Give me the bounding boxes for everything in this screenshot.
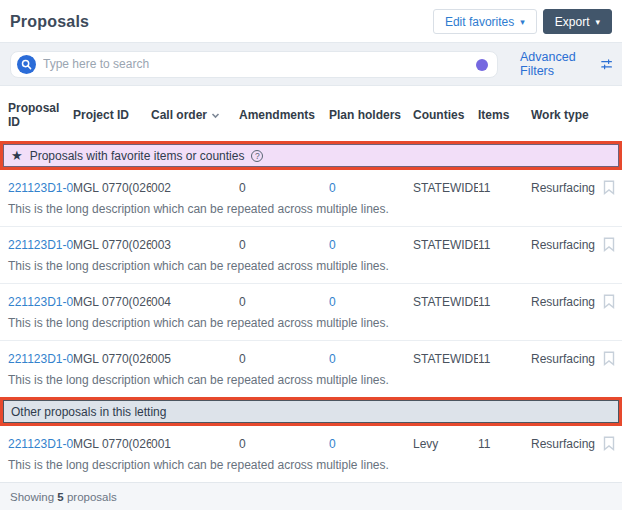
proposal-row: 221123D1-001 MGL 0770(026) 001 0 0 Levy …	[0, 426, 622, 482]
title-bar: Proposals Edit favorites ▾ Export ▾	[0, 0, 622, 42]
plan-holders-link[interactable]: 0	[329, 437, 413, 451]
proposal-description: This is the long description which can b…	[8, 259, 612, 273]
advanced-filters-link[interactable]: Advanced Filters	[520, 50, 612, 78]
help-icon[interactable]: ?	[251, 150, 263, 162]
footer-suffix: proposals	[67, 491, 117, 503]
bookmark-icon[interactable]	[603, 351, 615, 366]
other-section-label: Other proposals in this letting	[11, 405, 166, 419]
counties-cell: STATEWIDE	[413, 181, 478, 195]
work-type-cell: Resurfacing	[531, 238, 603, 252]
call-order-cell: 005	[151, 352, 239, 366]
bookmark-icon[interactable]	[603, 180, 615, 195]
column-header-proposal-id[interactable]: Proposal ID	[8, 101, 73, 129]
table-header-row: Proposal ID Project ID Call order Amendm…	[0, 86, 622, 141]
work-type-cell: Resurfacing	[531, 437, 603, 451]
counties-cell: STATEWIDE	[413, 238, 478, 252]
items-cell: 11	[478, 181, 531, 195]
proposal-id-link[interactable]: 221123D1-004	[8, 295, 73, 309]
page-title: Proposals	[10, 13, 89, 31]
column-header-work-type[interactable]: Work type	[531, 108, 603, 122]
sort-chevron-icon	[211, 111, 220, 120]
proposal-row: 221123D1-002 MGL 0770(026) 002 0 0 STATE…	[0, 170, 622, 227]
search-icon	[17, 55, 36, 74]
status-dot	[476, 59, 488, 71]
work-type-cell: Resurfacing	[531, 181, 603, 195]
search-input[interactable]	[43, 57, 471, 71]
table-footer: Showing 5 proposals	[0, 482, 622, 510]
plan-holders-link[interactable]: 0	[329, 181, 413, 195]
proposal-id-link[interactable]: 221123D1-005	[8, 352, 73, 366]
counties-cell: Levy	[413, 437, 478, 451]
search-box[interactable]	[10, 51, 498, 78]
edit-favorites-button[interactable]: Edit favorites ▾	[433, 9, 537, 34]
column-header-items[interactable]: Items	[478, 108, 531, 122]
proposal-id-link[interactable]: 221123D1-002	[8, 181, 73, 195]
project-id-cell: MGL 0770(026)	[73, 238, 151, 252]
amendments-cell: 0	[239, 437, 329, 451]
amendments-cell: 0	[239, 352, 329, 366]
work-type-cell: Resurfacing	[531, 352, 603, 366]
proposal-row: 221123D1-005 MGL 0770(026) 005 0 0 STATE…	[0, 341, 622, 397]
star-icon: ★	[11, 149, 23, 162]
call-order-cell: 002	[151, 181, 239, 195]
other-section-highlight-box: Other proposals in this letting	[0, 397, 622, 426]
call-order-cell: 003	[151, 238, 239, 252]
counties-cell: STATEWIDE	[413, 295, 478, 309]
column-header-project-id[interactable]: Project ID	[73, 108, 151, 122]
proposal-id-link[interactable]: 221123D1-003	[8, 238, 73, 252]
footer-prefix: Showing	[10, 491, 54, 503]
column-header-amendments[interactable]: Amendments	[239, 108, 329, 122]
advanced-filters-label: Advanced Filters	[520, 50, 595, 78]
other-section-header: Other proposals in this letting	[3, 400, 619, 423]
items-cell: 11	[478, 437, 531, 451]
call-order-cell: 004	[151, 295, 239, 309]
export-label: Export	[555, 15, 590, 29]
plan-holders-link[interactable]: 0	[329, 238, 413, 252]
call-order-cell: 001	[151, 437, 239, 451]
column-header-plan-holders[interactable]: Plan holders	[329, 108, 413, 122]
export-button[interactable]: Export ▾	[543, 9, 612, 34]
proposal-id-link[interactable]: 221123D1-001	[8, 437, 73, 451]
proposal-description: This is the long description which can b…	[8, 316, 612, 330]
toolbar-actions: Edit favorites ▾ Export ▾	[433, 9, 612, 34]
project-id-cell: MGL 0770(026)	[73, 437, 151, 451]
items-cell: 11	[478, 352, 531, 366]
chevron-down-icon: ▾	[595, 18, 600, 27]
bookmark-icon[interactable]	[603, 294, 615, 309]
amendments-cell: 0	[239, 238, 329, 252]
edit-favorites-label: Edit favorites	[445, 15, 514, 29]
column-header-call-order[interactable]: Call order	[151, 108, 239, 122]
project-id-cell: MGL 0770(026)	[73, 181, 151, 195]
proposal-row: 221123D1-004 MGL 0770(026) 004 0 0 STATE…	[0, 284, 622, 341]
footer-count: 5	[57, 491, 63, 503]
proposal-description: This is the long description which can b…	[8, 373, 612, 387]
work-type-cell: Resurfacing	[531, 295, 603, 309]
amendments-cell: 0	[239, 295, 329, 309]
proposal-description: This is the long description which can b…	[8, 202, 612, 216]
plan-holders-link[interactable]: 0	[329, 295, 413, 309]
search-band: Advanced Filters	[0, 42, 622, 86]
favorites-section-label: Proposals with favorite items or countie…	[30, 149, 245, 163]
favorites-highlight-box: ★ Proposals with favorite items or count…	[0, 141, 622, 170]
counties-cell: STATEWIDE	[413, 352, 478, 366]
plan-holders-link[interactable]: 0	[329, 352, 413, 366]
chevron-down-icon: ▾	[520, 18, 525, 27]
bookmark-icon[interactable]	[603, 237, 615, 252]
proposal-row: 221123D1-003 MGL 0770(026) 003 0 0 STATE…	[0, 227, 622, 284]
proposal-description: This is the long description which can b…	[8, 458, 612, 472]
items-cell: 11	[478, 238, 531, 252]
bookmark-icon[interactable]	[603, 436, 615, 451]
items-cell: 11	[478, 295, 531, 309]
favorites-section-header: ★ Proposals with favorite items or count…	[3, 144, 619, 167]
project-id-cell: MGL 0770(026)	[73, 295, 151, 309]
column-header-counties[interactable]: Counties	[413, 108, 478, 122]
amendments-cell: 0	[239, 181, 329, 195]
project-id-cell: MGL 0770(026)	[73, 352, 151, 366]
sliders-icon	[601, 58, 612, 71]
